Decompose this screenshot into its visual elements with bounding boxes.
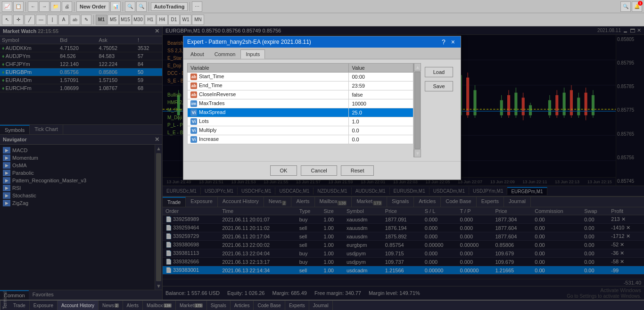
d1-btn[interactable]: D1 bbox=[168, 15, 180, 25]
terminal-tab-market[interactable]: Market173 bbox=[176, 301, 207, 310]
vline-btn[interactable]: | bbox=[47, 15, 58, 25]
inputs-row[interactable]: abStart_Time 00:00 bbox=[188, 73, 413, 82]
var-cell: imMaxTrades bbox=[188, 99, 349, 108]
val-cell[interactable]: 1.0 bbox=[349, 117, 413, 126]
sep-1 bbox=[25, 2, 26, 11]
modal-tabs: AboutCommonInputs bbox=[183, 48, 461, 59]
var-icon: Vi bbox=[190, 109, 197, 116]
modal-title-text: Expert - Pattern_hany2sh-EA (expire 2021… bbox=[187, 39, 311, 45]
scrollbar-up[interactable]: ▲ bbox=[414, 63, 421, 71]
m30-btn[interactable]: M30 bbox=[132, 15, 144, 25]
terminal-tab-account-history[interactable]: Account History bbox=[58, 301, 99, 310]
pencil-btn[interactable]: ✎ bbox=[81, 15, 91, 25]
expert-modal: Expert - Pattern_hany2sh-EA (expire 2021… bbox=[183, 36, 461, 180]
crosshair-btn[interactable]: ✛ bbox=[13, 15, 24, 25]
main-area: Market Watch 22:15:55 ✕ Symbol Bid Ask !… bbox=[0, 26, 644, 300]
modal-close-btn[interactable]: × bbox=[449, 38, 457, 46]
back-btn[interactable]: ← bbox=[28, 1, 38, 12]
h1-btn[interactable]: H1 bbox=[145, 15, 156, 25]
text-btn[interactable]: A bbox=[58, 15, 69, 25]
modal-load-btn[interactable]: Load bbox=[425, 67, 453, 77]
profiles-btn[interactable]: 📁 bbox=[50, 1, 61, 12]
var-cell: abEnd_Time bbox=[188, 82, 349, 90]
modal-footer: OKCancelReset bbox=[183, 161, 461, 179]
inputs-table: Variable Value abStart_Time 00:00 abEnd_… bbox=[187, 63, 413, 144]
inputs-row[interactable]: ViMaxSpread 25.0 bbox=[188, 108, 413, 117]
terminal-tab-alerts[interactable]: Alerts bbox=[123, 301, 143, 310]
var-icon: im bbox=[190, 100, 197, 107]
terminal-tab-journal[interactable]: Journal bbox=[309, 301, 333, 310]
sep-4 bbox=[149, 2, 149, 11]
terminal-tab-articles[interactable]: Articles bbox=[231, 301, 254, 310]
notification-btn[interactable]: 🔔 1 bbox=[632, 1, 642, 12]
m5-btn[interactable]: M5 bbox=[107, 15, 119, 25]
modal-save-btn[interactable]: Save bbox=[425, 81, 453, 91]
terminal-tab-experts[interactable]: Experts bbox=[285, 301, 309, 310]
terminal-tab-bar: Terminal TradeExposureAccount HistoryNew… bbox=[0, 300, 644, 310]
inputs-row[interactable]: imMaxTrades 10000 bbox=[188, 99, 413, 108]
line-btn[interactable]: ╱ bbox=[25, 15, 35, 25]
val-cell[interactable]: 00:00 bbox=[349, 73, 413, 82]
timeframe-group: M1 M5 M15 M30 H1 H4 D1 W1 MN bbox=[96, 15, 204, 25]
more-btn[interactable]: ⋯ bbox=[192, 1, 202, 12]
modal-table-scroll[interactable]: Variable Value abStart_Time 00:00 abEnd_… bbox=[187, 63, 413, 157]
m15-btn[interactable]: M15 bbox=[119, 15, 132, 25]
modal-title-bar: Expert - Pattern_hany2sh-EA (expire 2021… bbox=[183, 36, 461, 48]
w1-btn[interactable]: W1 bbox=[180, 15, 191, 25]
modal-scrollbar[interactable]: ▲ ▼ bbox=[413, 63, 421, 157]
scrollbar-thumb[interactable] bbox=[414, 72, 421, 149]
modal-overlay: Expert - Pattern_hany2sh-EA (expire 2021… bbox=[0, 26, 644, 300]
var-icon: ab bbox=[190, 82, 197, 89]
h4-btn[interactable]: H4 bbox=[157, 15, 168, 25]
var-icon: Vi bbox=[190, 127, 197, 134]
templates-btn[interactable]: 📋 bbox=[13, 1, 24, 12]
val-cell[interactable]: 10000 bbox=[349, 99, 413, 108]
var-icon: Vi bbox=[190, 136, 197, 143]
val-cell[interactable]: 23:59 bbox=[349, 82, 413, 90]
inputs-row[interactable]: abCloseInReverse false bbox=[188, 90, 413, 99]
var-cell: ViIncrease bbox=[188, 135, 349, 144]
mn-btn[interactable]: MN bbox=[192, 15, 204, 25]
search-btn[interactable]: 🔍 bbox=[620, 1, 631, 12]
terminal-label[interactable]: Terminal bbox=[0, 301, 9, 310]
terminal-tab-news[interactable]: News2 bbox=[99, 301, 123, 310]
label-btn[interactable]: ab bbox=[70, 15, 80, 25]
terminal-tab-trade[interactable]: Trade bbox=[9, 301, 30, 310]
modal-tab-inputs[interactable]: Inputs bbox=[240, 49, 265, 59]
print-btn[interactable]: 🖨 bbox=[62, 1, 72, 12]
terminal-tab-signals[interactable]: Signals bbox=[207, 301, 231, 310]
modal-reset-btn[interactable]: Reset bbox=[341, 165, 374, 176]
new-chart-btn[interactable]: 📈 bbox=[2, 1, 12, 12]
val-cell[interactable]: 25.0 bbox=[349, 108, 413, 117]
var-icon: Vi bbox=[190, 118, 197, 125]
val-cell[interactable]: 0.0 bbox=[349, 135, 413, 144]
modal-help-btn[interactable]: ? bbox=[440, 38, 447, 46]
chart-btn[interactable]: 📊 bbox=[110, 1, 121, 12]
inputs-row[interactable]: ViIncrease 0.0 bbox=[188, 135, 413, 144]
m1-btn[interactable]: M1 bbox=[96, 15, 107, 25]
val-cell[interactable]: 0.0 bbox=[349, 126, 413, 135]
zoom-in-btn[interactable]: 🔍 bbox=[125, 1, 135, 12]
val-cell[interactable]: false bbox=[349, 90, 413, 99]
var-icon: ab bbox=[190, 73, 197, 80]
terminal-tab-exposure[interactable]: Exposure bbox=[30, 301, 58, 310]
terminal-tab-code-base[interactable]: Code Base bbox=[254, 301, 285, 310]
inputs-row[interactable]: ViLots 1.0 bbox=[188, 117, 413, 126]
hline-btn[interactable]: — bbox=[36, 15, 46, 25]
forward-btn[interactable]: → bbox=[39, 1, 50, 12]
modal-title-buttons: ? × bbox=[440, 38, 457, 46]
auto-trading-btn[interactable]: AutoTrading bbox=[151, 2, 188, 11]
var-cell: abCloseInReverse bbox=[188, 90, 349, 99]
inputs-row[interactable]: abEnd_Time 23:59 bbox=[188, 82, 413, 90]
cursor-btn[interactable]: ↖ bbox=[2, 15, 12, 25]
modal-tab-common[interactable]: Common bbox=[209, 49, 241, 59]
terminal-tab-mailbox[interactable]: Mailbox138 bbox=[143, 301, 176, 310]
scrollbar-down[interactable]: ▼ bbox=[414, 149, 421, 157]
modal-ok-btn[interactable]: OK bbox=[270, 165, 297, 176]
zoom-out-btn[interactable]: 🔍 bbox=[136, 1, 147, 12]
new-order-btn[interactable]: New Order bbox=[76, 1, 109, 12]
inputs-row[interactable]: ViMultiply 0.0 bbox=[188, 126, 413, 135]
var-cell: ViMultiply bbox=[188, 126, 349, 135]
modal-tab-about[interactable]: About bbox=[185, 49, 209, 59]
modal-cancel-btn[interactable]: Cancel bbox=[301, 165, 337, 176]
